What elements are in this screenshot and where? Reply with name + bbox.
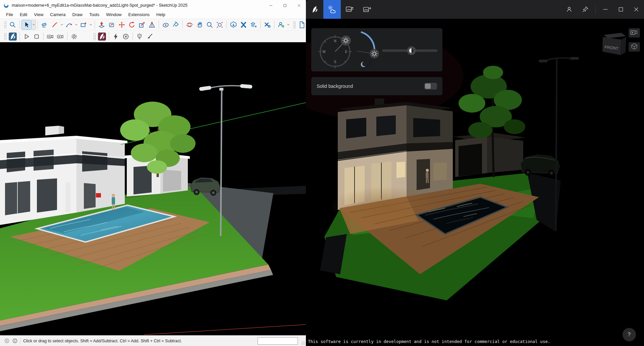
rotate-tool-button[interactable] bbox=[127, 20, 137, 30]
menu-tools[interactable]: Tools bbox=[86, 11, 103, 18]
render-settings-button[interactable] bbox=[69, 32, 79, 42]
render-play-button[interactable] bbox=[21, 32, 32, 42]
menu-draw[interactable]: Draw bbox=[69, 11, 86, 18]
menu-extensions[interactable]: Extensions bbox=[125, 11, 153, 18]
image-settings-tab[interactable] bbox=[341, 0, 358, 19]
menu-help[interactable]: Help bbox=[153, 11, 169, 18]
environment-tab[interactable] bbox=[323, 0, 341, 19]
offset-tool-button[interactable] bbox=[107, 20, 117, 30]
material-brush-button[interactable] bbox=[145, 32, 155, 42]
view-cube[interactable]: FRONT bbox=[602, 33, 626, 55]
search-button[interactable] bbox=[8, 20, 18, 30]
solid-background-toggle[interactable] bbox=[424, 83, 437, 90]
export-image-tab[interactable] bbox=[358, 0, 376, 19]
new-file-button[interactable] bbox=[297, 20, 307, 30]
sketchup-titlebar[interactable]: maison+moderne+6_myEdit1a-mGlassMat-balc… bbox=[0, 0, 306, 11]
account-signed-in-dropdown[interactable] bbox=[286, 20, 290, 30]
statusbar: Click or drag to select objects. Shift =… bbox=[0, 335, 306, 346]
sun-azimuth-knob[interactable] bbox=[341, 36, 351, 46]
orbit-tool-button[interactable] bbox=[184, 20, 195, 30]
paint-bucket-tool-button[interactable] bbox=[171, 20, 181, 30]
close-button[interactable] bbox=[292, 0, 306, 11]
toolbar-grip[interactable] bbox=[93, 33, 96, 40]
rectangle-tool-button[interactable] bbox=[78, 20, 89, 30]
menu-edit[interactable]: Edit bbox=[16, 11, 31, 18]
quick-render-button[interactable] bbox=[111, 32, 121, 42]
toolbar-separator bbox=[67, 32, 67, 41]
toolbar-separator bbox=[260, 20, 261, 29]
maximize-button[interactable] bbox=[278, 0, 292, 11]
status-message: Click or drag to select objects. Shift =… bbox=[23, 339, 182, 343]
send-to-layout-button[interactable] bbox=[249, 20, 259, 30]
maximize-button[interactable] bbox=[613, 0, 629, 19]
toolbar-grip[interactable] bbox=[4, 21, 6, 28]
menu-view[interactable]: View bbox=[31, 11, 47, 18]
home-tab[interactable] bbox=[306, 0, 323, 19]
zoom-tool-button[interactable] bbox=[205, 20, 215, 30]
sun-elevation-arc[interactable] bbox=[357, 32, 379, 69]
select-tool-dropdown[interactable] bbox=[32, 20, 36, 30]
minimize-button[interactable] bbox=[264, 0, 278, 11]
brightness-slider[interactable] bbox=[383, 46, 436, 55]
menu-camera[interactable]: Camera bbox=[47, 11, 69, 18]
extension-manager-button[interactable] bbox=[262, 20, 272, 30]
wall-logo-sticker bbox=[96, 193, 101, 197]
sun-compass[interactable]: N E S W bbox=[318, 35, 352, 68]
sketchup-3d-viewport[interactable] bbox=[0, 42, 306, 335]
line-tool-button[interactable] bbox=[50, 20, 60, 30]
sun-elevation-knob[interactable] bbox=[370, 49, 379, 58]
compass-south-label: S bbox=[334, 60, 336, 64]
zoom-extents-tool-button[interactable] bbox=[215, 20, 225, 30]
toolbar-separator bbox=[43, 32, 44, 41]
eraser-tool-button[interactable] bbox=[40, 20, 50, 30]
geolocation-button[interactable] bbox=[3, 337, 11, 345]
toolbar-separator bbox=[132, 32, 133, 41]
toolbar-grip[interactable] bbox=[4, 33, 6, 40]
renderer-viewport[interactable]: FRONT bbox=[306, 19, 644, 346]
extension-warehouse-button[interactable] bbox=[238, 20, 249, 30]
compass-west-label: W bbox=[322, 50, 326, 54]
arc-tool-button[interactable] bbox=[64, 20, 74, 30]
line-tool-dropdown[interactable] bbox=[60, 20, 64, 30]
pan-tool-button[interactable] bbox=[195, 20, 205, 30]
help-button[interactable]: ? bbox=[623, 328, 636, 341]
resize-grip[interactable] bbox=[301, 341, 305, 345]
pushpull-tool-button[interactable] bbox=[97, 20, 107, 30]
compass-north-label: N bbox=[334, 39, 336, 43]
rectangle-tool-dropdown[interactable] bbox=[89, 20, 93, 30]
3d-warehouse-button[interactable] bbox=[228, 20, 238, 30]
menu-window[interactable]: Window bbox=[103, 11, 125, 18]
camera-view-toggle-button[interactable] bbox=[629, 28, 640, 38]
camera-detach-button[interactable] bbox=[55, 32, 65, 42]
menu-file[interactable]: File bbox=[3, 11, 16, 18]
render-plugin-blue-button[interactable] bbox=[8, 32, 18, 42]
pin-window-button[interactable] bbox=[577, 0, 593, 19]
render-stop-button[interactable] bbox=[32, 32, 42, 42]
cancel-render-button[interactable] bbox=[121, 32, 131, 42]
circle-tool-button[interactable] bbox=[161, 20, 171, 30]
close-button[interactable] bbox=[629, 0, 644, 19]
tape-measure-tool-button[interactable] bbox=[147, 20, 157, 30]
account-signed-in-button[interactable] bbox=[276, 20, 286, 30]
render-plugin-maroon-button[interactable] bbox=[97, 32, 107, 42]
sketchup-window: maison+moderne+6_myEdit1a-mGlassMat-balc… bbox=[0, 0, 306, 346]
toolbar-separator bbox=[19, 20, 20, 29]
scale-tool-button[interactable] bbox=[137, 20, 147, 30]
select-tool-button[interactable] bbox=[21, 20, 32, 30]
axon-view-button[interactable] bbox=[629, 42, 640, 52]
toolbar-grip[interactable] bbox=[293, 21, 296, 28]
measurements-input[interactable] bbox=[258, 337, 298, 345]
minimize-button[interactable] bbox=[598, 0, 613, 19]
brightness-knob[interactable] bbox=[407, 46, 416, 55]
light-tool-button[interactable] bbox=[135, 32, 145, 42]
account-button[interactable] bbox=[561, 0, 577, 19]
compass-east-label: E bbox=[345, 50, 347, 54]
toolbar-separator bbox=[159, 20, 159, 29]
model-info-button[interactable] bbox=[11, 337, 19, 345]
move-tool-button[interactable] bbox=[117, 20, 127, 30]
solid-background-label: Solid background bbox=[317, 83, 424, 89]
toolbar-separator bbox=[19, 32, 20, 41]
camera-sync-button[interactable] bbox=[45, 32, 55, 42]
arc-tool-dropdown[interactable] bbox=[74, 20, 78, 30]
disclaimer-text: This software is currently in developmen… bbox=[308, 339, 550, 344]
